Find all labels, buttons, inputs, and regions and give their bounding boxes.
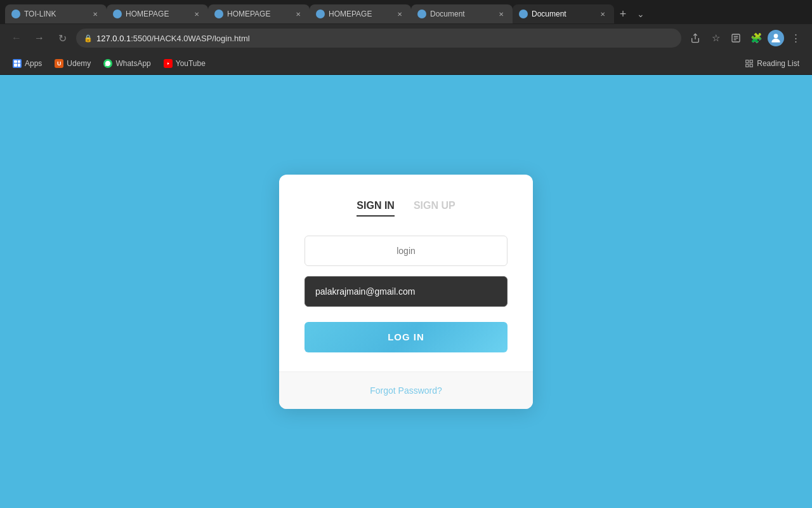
tab-label-2: HOMEPAGE [126,10,188,18]
whatsapp-favicon [103,59,112,68]
tab-menu-button[interactable]: ⌄ [632,5,650,23]
reader-mode-icon[interactable] [727,29,745,47]
address-text: 127.0.0.1:5500/HACK4.0WASP/login.html [96,34,674,43]
auth-tabs: SIGN IN SIGN UP [304,200,508,217]
bookmark-youtube[interactable]: YouTube [159,57,211,70]
tab-toi-link[interactable]: TOI-LINK ✕ [5,4,107,23]
bookmark-udemy-label: Udemy [67,59,91,68]
share-icon[interactable] [686,29,704,47]
tab-document-2[interactable]: Document ✕ [513,4,614,23]
bookmark-icon[interactable]: ☆ [707,29,724,47]
tab-close-4[interactable]: ✕ [395,9,405,19]
tab-favicon-3 [214,10,223,18]
svg-rect-9 [750,64,752,67]
tab-signup[interactable]: SIGN UP [414,200,455,217]
card-footer: Forgot Password? [279,371,533,409]
tab-homepage-3[interactable]: HOMEPAGE ✕ [310,4,411,23]
reload-button[interactable]: ↻ [53,29,71,47]
svg-point-5 [774,34,778,38]
tab-close-6[interactable]: ✕ [598,9,608,19]
back-button[interactable]: ← [8,29,25,47]
forward-button[interactable]: → [30,29,48,47]
tab-document-1[interactable]: Document ✕ [411,4,513,23]
email-input-group [304,276,508,307]
svg-rect-8 [750,60,752,62]
tab-favicon-5 [417,10,426,18]
reading-list-label: Reading List [757,59,799,68]
tab-close-5[interactable]: ✕ [496,9,506,19]
forgot-password-link[interactable]: Forgot Password? [370,385,442,396]
email-input[interactable] [304,276,508,307]
tab-favicon-4 [316,10,325,18]
youtube-favicon [164,59,173,68]
tab-favicon-1 [11,10,20,18]
login-input[interactable] [304,236,508,266]
login-button[interactable]: LOG IN [304,322,508,352]
browser-menu-icon[interactable]: ⋮ [787,29,804,47]
new-tab-button[interactable]: + [614,5,632,23]
tab-close-2[interactable]: ✕ [192,9,202,19]
tab-signin[interactable]: SIGN IN [357,200,395,217]
tab-label-5: Document [430,10,492,18]
tab-bar: TOI-LINK ✕ HOMEPAGE ✕ HOMEPAGE ✕ HOMEPAG… [0,0,812,24]
tab-label-4: HOMEPAGE [329,10,391,18]
svg-rect-10 [746,64,749,67]
bookmark-udemy[interactable]: U Udemy [49,57,96,70]
browser-chrome: TOI-LINK ✕ HOMEPAGE ✕ HOMEPAGE ✕ HOMEPAG… [0,0,812,75]
bookmark-apps[interactable]: Apps [8,57,47,70]
bookmark-whatsapp[interactable]: WhatsApp [98,57,155,70]
tab-homepage-2[interactable]: HOMEPAGE ✕ [208,4,310,23]
tab-label-6: Document [532,10,594,18]
tab-close-3[interactable]: ✕ [293,9,303,19]
login-card: SIGN IN SIGN UP login LOG IN Forgot Pass… [279,175,533,409]
svg-marker-6 [167,62,169,65]
login-input-group: login [304,236,508,266]
toolbar: ← → ↻ 🔒 127.0.0.1:5500/HACK4.0WASP/login… [0,24,812,52]
extensions-icon[interactable]: 🧩 [747,29,765,47]
udemy-favicon: U [55,59,63,68]
page-content: SIGN IN SIGN UP login LOG IN Forgot Pass… [0,75,812,508]
tab-label-3: HOMEPAGE [227,10,289,18]
tab-favicon-2 [113,10,122,18]
bookmarks-bar: Apps U Udemy WhatsApp YouTube Reading Li… [0,52,812,75]
tab-label-1: TOI-LINK [24,10,86,18]
apps-favicon [13,59,22,68]
toolbar-icons: ☆ 🧩 ⋮ [686,29,804,47]
reading-list-icon [745,59,754,68]
tab-favicon-6 [519,10,528,18]
bookmark-apps-label: Apps [25,59,42,68]
tab-close-1[interactable]: ✕ [90,9,100,19]
profile-avatar[interactable] [768,30,784,46]
lock-icon: 🔒 [84,34,93,43]
card-main: SIGN IN SIGN UP login LOG IN [279,175,533,371]
bookmark-youtube-label: YouTube [176,59,206,68]
svg-rect-7 [746,60,749,62]
reading-list-button[interactable]: Reading List [740,57,804,70]
address-bar[interactable]: 🔒 127.0.0.1:5500/HACK4.0WASP/login.html [76,29,681,48]
bookmark-whatsapp-label: WhatsApp [115,59,150,68]
tab-homepage-1[interactable]: HOMEPAGE ✕ [107,4,208,23]
